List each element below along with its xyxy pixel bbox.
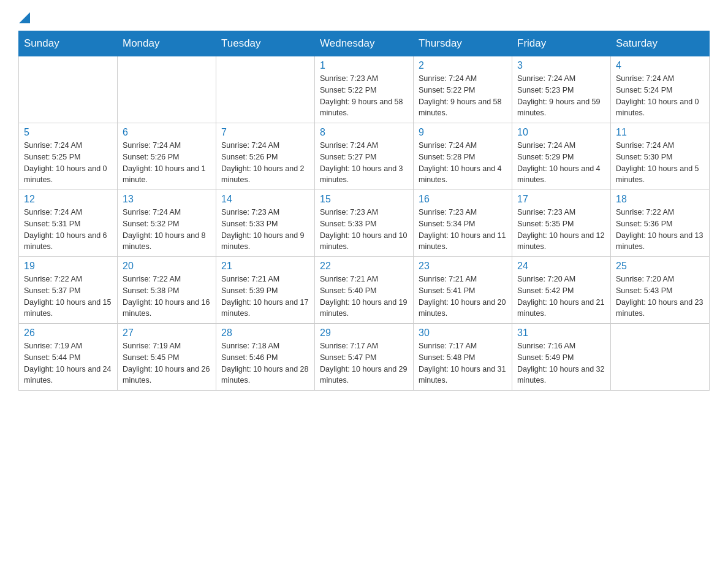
day-number: 7	[221, 127, 309, 138]
day-number: 28	[221, 327, 309, 339]
day-number: 18	[616, 194, 704, 205]
day-info: Sunrise: 7:23 AMSunset: 5:33 PMDaylight:…	[320, 207, 408, 253]
calendar-cell: 25Sunrise: 7:20 AMSunset: 5:43 PMDayligh…	[611, 257, 710, 324]
day-header-thursday: Thursday	[414, 31, 512, 56]
day-info: Sunrise: 7:24 AMSunset: 5:23 PMDaylight:…	[517, 73, 605, 119]
calendar-cell: 16Sunrise: 7:23 AMSunset: 5:34 PMDayligh…	[414, 190, 512, 257]
calendar-cell: 23Sunrise: 7:21 AMSunset: 5:41 PMDayligh…	[414, 257, 512, 324]
day-number: 20	[123, 261, 211, 272]
day-info: Sunrise: 7:24 AMSunset: 5:24 PMDaylight:…	[616, 73, 704, 119]
calendar-cell: 4Sunrise: 7:24 AMSunset: 5:24 PMDaylight…	[611, 56, 710, 123]
day-info: Sunrise: 7:24 AMSunset: 5:32 PMDaylight:…	[123, 207, 211, 253]
week-row-2: 5Sunrise: 7:24 AMSunset: 5:25 PMDaylight…	[19, 123, 710, 190]
day-header-friday: Friday	[512, 31, 611, 56]
day-info: Sunrise: 7:19 AMSunset: 5:44 PMDaylight:…	[24, 340, 112, 386]
day-info: Sunrise: 7:16 AMSunset: 5:49 PMDaylight:…	[517, 340, 605, 386]
calendar-body: 1Sunrise: 7:23 AMSunset: 5:22 PMDaylight…	[19, 56, 710, 391]
day-info: Sunrise: 7:21 AMSunset: 5:41 PMDaylight:…	[419, 274, 507, 320]
calendar-cell: 1Sunrise: 7:23 AMSunset: 5:22 PMDaylight…	[315, 56, 414, 123]
day-number: 2	[419, 60, 507, 71]
day-info: Sunrise: 7:23 AMSunset: 5:34 PMDaylight:…	[419, 207, 507, 253]
calendar-cell	[216, 56, 315, 123]
calendar-cell: 8Sunrise: 7:24 AMSunset: 5:27 PMDaylight…	[315, 123, 414, 190]
day-info: Sunrise: 7:23 AMSunset: 5:33 PMDaylight:…	[221, 207, 309, 253]
calendar-cell: 14Sunrise: 7:23 AMSunset: 5:33 PMDayligh…	[216, 190, 315, 257]
calendar-cell: 30Sunrise: 7:17 AMSunset: 5:48 PMDayligh…	[414, 324, 512, 391]
calendar-cell: 5Sunrise: 7:24 AMSunset: 5:25 PMDaylight…	[19, 123, 118, 190]
calendar-cell: 22Sunrise: 7:21 AMSunset: 5:40 PMDayligh…	[315, 257, 414, 324]
calendar-cell: 6Sunrise: 7:24 AMSunset: 5:26 PMDaylight…	[118, 123, 216, 190]
calendar-table: SundayMondayTuesdayWednesdayThursdayFrid…	[18, 31, 710, 391]
week-row-5: 26Sunrise: 7:19 AMSunset: 5:44 PMDayligh…	[19, 324, 710, 391]
day-info: Sunrise: 7:21 AMSunset: 5:40 PMDaylight:…	[320, 274, 408, 320]
day-info: Sunrise: 7:17 AMSunset: 5:48 PMDaylight:…	[419, 340, 507, 386]
day-number: 17	[517, 194, 605, 205]
day-info: Sunrise: 7:24 AMSunset: 5:28 PMDaylight:…	[419, 140, 507, 186]
day-info: Sunrise: 7:23 AMSunset: 5:35 PMDaylight:…	[517, 207, 605, 253]
day-number: 9	[419, 127, 507, 138]
day-number: 8	[320, 127, 408, 138]
week-row-1: 1Sunrise: 7:23 AMSunset: 5:22 PMDaylight…	[19, 56, 710, 123]
day-info: Sunrise: 7:24 AMSunset: 5:29 PMDaylight:…	[517, 140, 605, 186]
day-info: Sunrise: 7:22 AMSunset: 5:37 PMDaylight:…	[24, 274, 112, 320]
day-number: 19	[24, 261, 112, 272]
day-number: 5	[24, 127, 112, 138]
day-number: 6	[123, 127, 211, 138]
logo	[18, 12, 30, 25]
day-number: 23	[419, 261, 507, 272]
day-number: 16	[419, 194, 507, 205]
day-number: 4	[616, 60, 704, 71]
calendar-cell: 20Sunrise: 7:22 AMSunset: 5:38 PMDayligh…	[118, 257, 216, 324]
day-info: Sunrise: 7:20 AMSunset: 5:42 PMDaylight:…	[517, 274, 605, 320]
day-number: 26	[24, 327, 112, 339]
calendar-cell: 3Sunrise: 7:24 AMSunset: 5:23 PMDaylight…	[512, 56, 611, 123]
day-header-wednesday: Wednesday	[315, 31, 414, 56]
calendar-cell: 21Sunrise: 7:21 AMSunset: 5:39 PMDayligh…	[216, 257, 315, 324]
day-number: 12	[24, 194, 112, 205]
day-info: Sunrise: 7:22 AMSunset: 5:36 PMDaylight:…	[616, 207, 704, 253]
day-info: Sunrise: 7:22 AMSunset: 5:38 PMDaylight:…	[123, 274, 211, 320]
day-number: 14	[221, 194, 309, 205]
day-info: Sunrise: 7:24 AMSunset: 5:22 PMDaylight:…	[419, 73, 507, 119]
day-number: 24	[517, 261, 605, 272]
logo-triangle-icon	[19, 12, 30, 23]
day-info: Sunrise: 7:17 AMSunset: 5:47 PMDaylight:…	[320, 340, 408, 386]
day-number: 15	[320, 194, 408, 205]
day-info: Sunrise: 7:20 AMSunset: 5:43 PMDaylight:…	[616, 274, 704, 320]
calendar-cell: 9Sunrise: 7:24 AMSunset: 5:28 PMDaylight…	[414, 123, 512, 190]
calendar-cell	[19, 56, 118, 123]
day-info: Sunrise: 7:23 AMSunset: 5:22 PMDaylight:…	[320, 73, 408, 119]
calendar-cell: 26Sunrise: 7:19 AMSunset: 5:44 PMDayligh…	[19, 324, 118, 391]
calendar-cell: 2Sunrise: 7:24 AMSunset: 5:22 PMDaylight…	[414, 56, 512, 123]
day-info: Sunrise: 7:24 AMSunset: 5:31 PMDaylight:…	[24, 207, 112, 253]
calendar-cell	[611, 324, 710, 391]
day-number: 13	[123, 194, 211, 205]
day-info: Sunrise: 7:18 AMSunset: 5:46 PMDaylight:…	[221, 340, 309, 386]
day-number: 22	[320, 261, 408, 272]
calendar-cell: 13Sunrise: 7:24 AMSunset: 5:32 PMDayligh…	[118, 190, 216, 257]
calendar-cell: 12Sunrise: 7:24 AMSunset: 5:31 PMDayligh…	[19, 190, 118, 257]
calendar-cell: 17Sunrise: 7:23 AMSunset: 5:35 PMDayligh…	[512, 190, 611, 257]
day-header-tuesday: Tuesday	[216, 31, 315, 56]
day-number: 25	[616, 261, 704, 272]
day-header-saturday: Saturday	[611, 31, 710, 56]
day-info: Sunrise: 7:24 AMSunset: 5:26 PMDaylight:…	[123, 140, 211, 186]
day-info: Sunrise: 7:24 AMSunset: 5:27 PMDaylight:…	[320, 140, 408, 186]
day-info: Sunrise: 7:19 AMSunset: 5:45 PMDaylight:…	[123, 340, 211, 386]
day-info: Sunrise: 7:21 AMSunset: 5:39 PMDaylight:…	[221, 274, 309, 320]
calendar-cell: 27Sunrise: 7:19 AMSunset: 5:45 PMDayligh…	[118, 324, 216, 391]
day-info: Sunrise: 7:24 AMSunset: 5:30 PMDaylight:…	[616, 140, 704, 186]
day-header-monday: Monday	[118, 31, 216, 56]
calendar-cell: 31Sunrise: 7:16 AMSunset: 5:49 PMDayligh…	[512, 324, 611, 391]
day-number: 11	[616, 127, 704, 138]
calendar-header-row: SundayMondayTuesdayWednesdayThursdayFrid…	[19, 31, 710, 56]
calendar-cell: 10Sunrise: 7:24 AMSunset: 5:29 PMDayligh…	[512, 123, 611, 190]
week-row-3: 12Sunrise: 7:24 AMSunset: 5:31 PMDayligh…	[19, 190, 710, 257]
calendar-cell: 11Sunrise: 7:24 AMSunset: 5:30 PMDayligh…	[611, 123, 710, 190]
day-number: 3	[517, 60, 605, 71]
week-row-4: 19Sunrise: 7:22 AMSunset: 5:37 PMDayligh…	[19, 257, 710, 324]
day-info: Sunrise: 7:24 AMSunset: 5:26 PMDaylight:…	[221, 140, 309, 186]
calendar-cell: 7Sunrise: 7:24 AMSunset: 5:26 PMDaylight…	[216, 123, 315, 190]
day-number: 1	[320, 60, 408, 71]
calendar-cell: 24Sunrise: 7:20 AMSunset: 5:42 PMDayligh…	[512, 257, 611, 324]
